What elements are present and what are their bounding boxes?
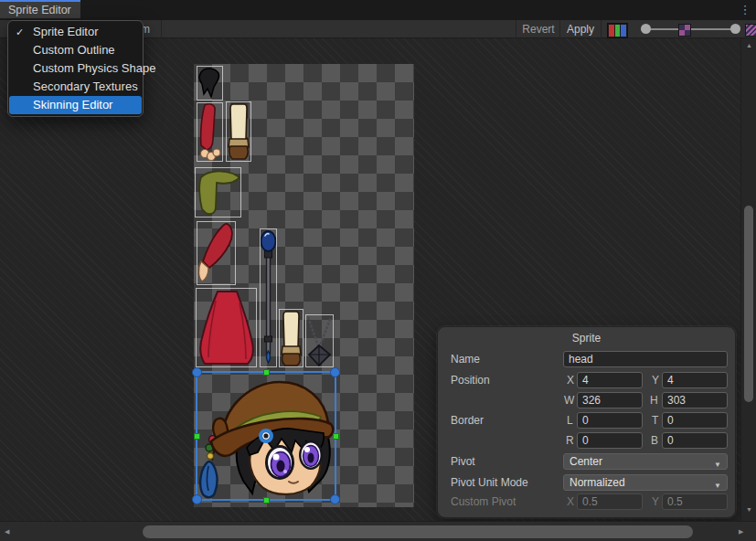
name-label: Name [451,353,480,366]
check-icon: ✓ [16,23,24,41]
alpha-slider-handle[interactable] [641,24,651,34]
pivot-row: Pivot Center ▼ [438,453,735,470]
pivot-label: Pivot [451,455,475,468]
menu-item-custom-outline[interactable]: Custom Outline [8,41,143,59]
position-x-input[interactable] [577,372,643,388]
pivot-unit-mode-value: Normalized [570,476,625,489]
menu-item-label: Custom Outline [33,43,115,57]
border-label: Border [451,414,484,427]
selection-corner-handle-bl[interactable] [192,494,202,504]
sprite-rect-outline [196,288,257,367]
blue-channel-bar [621,25,626,37]
pivot-unit-mode-dropdown[interactable]: Normalized ▼ [563,474,728,491]
sprite-selection-box[interactable] [196,371,336,501]
sprite-rect-outline [260,228,277,367]
sprite-editor-mode-menu: ✓ Sprite Editor Custom Outline Custom Ph… [7,20,144,117]
chevron-down-icon: ▼ [714,479,721,493]
tab-sprite-editor[interactable]: Sprite Editor [0,0,80,18]
mip-slider-handle[interactable] [730,24,740,34]
custom-pivot-row: Custom Pivot X Y [438,493,735,510]
pivot-dropdown[interactable]: Center ▼ [563,453,728,470]
border-rb-row: R B [438,432,735,449]
green-channel-bar [615,25,621,37]
w-label: W [564,394,574,407]
sprite-rect-outline [197,66,223,101]
toolbar-separator [161,20,162,38]
sprite-inspector-panel: Sprite Name Position X Y W H Border L T … [437,326,736,518]
pivot-handle[interactable] [259,429,273,443]
sprite-rect-outline [197,221,236,285]
menu-item-label: Custom Physics Shape [33,61,155,75]
l-label: L [567,414,573,427]
horizontal-scrollbar[interactable]: ◀ ▶ [0,521,756,541]
scroll-right-icon[interactable]: ▶ [739,528,743,536]
height-input[interactable] [662,392,728,408]
selection-corner-handle-br[interactable] [330,494,340,504]
red-channel-bar [609,25,614,37]
revert-button[interactable]: Revert [517,20,559,38]
menu-item-sprite-editor[interactable]: ✓ Sprite Editor [8,23,143,41]
scroll-left-icon[interactable]: ◀ [5,528,9,536]
position-wh-row: W H [438,392,735,408]
border-t-input[interactable] [662,412,728,429]
border-lt-row: Border L T [438,412,735,429]
sprite-rect-outline [197,102,223,162]
horizontal-scrollbar-thumb[interactable] [143,525,693,538]
toolbar-separator [601,20,602,38]
sprite-rect-outline [226,101,251,162]
custom-pivot-y-input [662,493,728,510]
texture-preview-icon [678,24,691,37]
selection-corner-handle-tl[interactable] [192,367,202,377]
kebab-menu-icon[interactable]: ⋮ [739,3,751,17]
menu-item-skinning-editor[interactable]: Skinning Editor [9,96,142,114]
selection-edge-handle-left[interactable] [194,433,200,440]
scroll-down-icon[interactable]: ▼ [746,506,752,513]
position-y-input[interactable] [662,372,728,388]
width-input[interactable] [577,392,643,408]
sprite-rect-outline [279,309,303,367]
x-label: X [567,374,574,387]
vertical-scrollbar[interactable]: ▲ ▼ [740,38,756,521]
border-r-input[interactable] [577,432,643,449]
sprite-rect-outline [195,167,241,217]
t-label: T [652,414,658,427]
selection-edge-handle-right[interactable] [333,433,339,440]
selection-edge-handle-bottom[interactable] [263,497,270,504]
pivot-value: Center [570,455,602,468]
vertical-scrollbar-thumb[interactable] [744,206,753,402]
name-input[interactable] [563,351,728,367]
scroll-up-icon[interactable]: ▲ [746,42,752,48]
menu-item-label: Sprite Editor [33,25,99,38]
sprite-rect-outline [305,314,334,367]
sprite-editor-window: Sprite Editor ⋮ m Revert Apply [0,0,756,541]
toolbar-separator [516,20,516,38]
menu-item-custom-physics-shape[interactable]: Custom Physics Shape [8,59,143,78]
custom-pivot-label: Custom Pivot [451,495,516,508]
r-label: R [566,434,574,447]
pivot-unit-mode-row: Pivot Unit Mode Normalized ▼ [438,474,735,491]
border-b-input[interactable] [662,432,728,449]
mipmap-icon [745,24,756,37]
custom-pivot-x-input [577,493,643,510]
y-label: Y [652,374,659,387]
pivot-unit-mode-label: Pivot Unit Mode [451,476,528,489]
name-row: Name [438,351,735,367]
b-label: B [651,434,658,447]
custom-pivot-y-label: Y [652,495,659,508]
apply-button[interactable]: Apply [560,20,601,38]
menu-item-label: Secondary Textures [33,80,138,93]
rgb-channels-icon[interactable] [607,23,628,38]
window-tab-bar [0,0,756,20]
position-xy-row: Position X Y [438,372,735,388]
selection-corner-handle-tr[interactable] [330,367,340,377]
menu-item-secondary-textures[interactable]: Secondary Textures [8,78,143,96]
menu-item-label: Skinning Editor [33,98,112,111]
custom-pivot-x-label: X [567,495,574,508]
chevron-down-icon: ▼ [714,458,721,472]
h-label: H [650,394,658,407]
position-label: Position [451,374,490,387]
selection-edge-handle-top[interactable] [263,369,270,376]
panel-title: Sprite [438,332,735,345]
border-l-input[interactable] [577,412,643,429]
